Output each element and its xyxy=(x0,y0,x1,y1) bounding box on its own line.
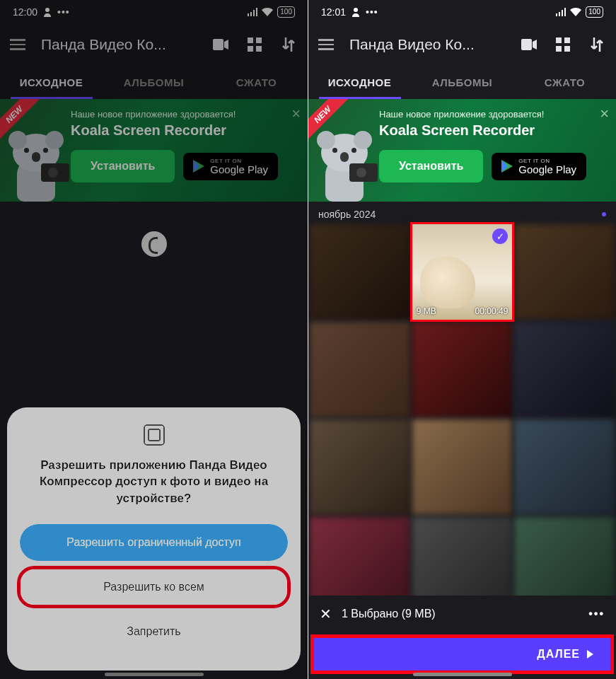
permission-dialog: Разрешить приложению Панда Видео Компрес… xyxy=(7,407,301,671)
nav-pill xyxy=(105,673,204,676)
status-time: 12:01 xyxy=(321,6,346,18)
play-icon xyxy=(501,160,513,173)
status-bar: 12:01 ••• 100 xyxy=(308,0,616,24)
close-icon[interactable]: ✕ xyxy=(320,605,332,622)
screenshot-left: 12:00 ••• 100 Панда Видео Ко... ИСХОДНОЕ… xyxy=(0,0,308,679)
video-thumb[interactable] xyxy=(514,322,615,417)
person-icon xyxy=(351,7,360,17)
arrow-right-icon xyxy=(587,650,593,658)
signal-icon xyxy=(248,8,258,16)
selection-count: 1 Выбрано (9 MB) xyxy=(342,608,436,620)
close-icon[interactable]: × xyxy=(291,105,301,123)
spinner-icon xyxy=(141,231,167,257)
banner-subtitle: Наше новое приложение здоровается! xyxy=(379,109,606,120)
app-bar: Панда Видео Ко... xyxy=(0,24,308,65)
section-date: ноябрь 2024 xyxy=(318,209,376,220)
video-thumb[interactable] xyxy=(514,419,615,515)
next-button[interactable]: ДАЛЕЕ xyxy=(313,637,612,672)
permission-message: Разрешить приложению Панда Видео Компрес… xyxy=(20,457,288,507)
camera-icon[interactable] xyxy=(520,35,538,54)
svg-point-0 xyxy=(45,8,50,12)
tab-original[interactable]: ИСХОДНОЕ xyxy=(308,65,411,99)
banner-title: Koala Screen Recorder xyxy=(71,122,298,139)
tab-compressed[interactable]: СЖАТО xyxy=(513,65,616,99)
svg-rect-11 xyxy=(564,46,570,52)
gallery-icon xyxy=(20,424,288,446)
battery-indicator: 100 xyxy=(586,6,603,18)
video-thumb[interactable] xyxy=(514,224,615,320)
svg-point-6 xyxy=(354,8,358,12)
koala-mascot xyxy=(4,124,66,202)
grid-icon[interactable] xyxy=(245,35,264,54)
app-title: Панда Видео Ко... xyxy=(349,36,504,53)
promo-banner[interactable]: NEW × Наше новое приложение здоровается!… xyxy=(308,99,616,202)
svg-rect-3 xyxy=(256,37,262,43)
close-icon[interactable]: × xyxy=(600,105,609,123)
screenshot-right: 12:01 ••• 100 Панда Видео Ко... ИСХОДНОЕ… xyxy=(308,0,616,679)
wifi-icon xyxy=(570,8,581,16)
tab-compressed[interactable]: СЖАТО xyxy=(205,65,308,99)
play-icon xyxy=(193,160,204,173)
svg-rect-8 xyxy=(556,37,562,43)
tabs: ИСХОДНОЕ АЛЬБОМЫ СЖАТО xyxy=(308,65,616,99)
menu-icon[interactable] xyxy=(318,39,334,50)
thumb-duration: 00:00:49 xyxy=(475,306,509,316)
video-thumb[interactable] xyxy=(310,224,410,320)
loading-area xyxy=(0,202,308,286)
svg-rect-5 xyxy=(256,46,262,52)
tab-original[interactable]: ИСХОДНОЕ xyxy=(0,65,103,99)
app-bar: Панда Видео Ко... xyxy=(308,24,616,65)
video-thumb-selected[interactable]: ✓ 9 MB 00:00:49 xyxy=(412,224,513,320)
menu-icon[interactable] xyxy=(10,39,25,50)
install-button[interactable]: Установить xyxy=(379,150,483,182)
svg-rect-10 xyxy=(556,46,562,52)
wifi-icon xyxy=(262,8,273,16)
tabs: ИСХОДНОЕ АЛЬБОМЫ СЖАТО xyxy=(0,65,308,99)
nav-pill xyxy=(413,673,512,676)
status-time: 12:00 xyxy=(13,6,37,18)
allow-all-button[interactable]: Разрешить ко всем xyxy=(20,569,288,605)
banner-subtitle: Наше новое приложение здоровается! xyxy=(71,109,298,120)
more-icon[interactable]: ••• xyxy=(588,608,605,620)
sort-icon[interactable] xyxy=(588,35,606,54)
install-button[interactable]: Установить xyxy=(71,150,175,182)
video-thumb[interactable] xyxy=(412,322,513,417)
sort-icon[interactable] xyxy=(279,35,298,54)
thumb-size: 9 MB xyxy=(417,306,436,316)
promo-banner[interactable]: NEW × Наше новое приложение здоровается!… xyxy=(0,99,308,202)
more-icon: ••• xyxy=(366,6,378,18)
video-gallery: ✓ 9 MB 00:00:49 xyxy=(308,224,616,613)
section-header: ноябрь 2024 xyxy=(308,202,616,224)
battery-indicator: 100 xyxy=(277,6,295,18)
google-play-badge[interactable]: GET IT ONGoogle Play xyxy=(492,153,586,180)
svg-rect-1 xyxy=(213,39,223,50)
allow-limited-button[interactable]: Разрешить ограниченный доступ xyxy=(20,524,288,561)
video-thumb[interactable] xyxy=(310,419,410,515)
deny-button[interactable]: Запретить xyxy=(20,613,288,650)
signal-icon xyxy=(556,8,566,16)
tab-albums[interactable]: АЛЬБОМЫ xyxy=(103,65,205,99)
svg-rect-4 xyxy=(248,46,253,52)
svg-rect-7 xyxy=(521,39,532,50)
person-icon xyxy=(43,7,52,17)
more-icon: ••• xyxy=(57,6,70,18)
video-thumb[interactable] xyxy=(412,419,513,515)
status-bar: 12:00 ••• 100 xyxy=(0,0,308,24)
tab-albums[interactable]: АЛЬБОМЫ xyxy=(411,65,513,99)
app-title: Панда Видео Ко... xyxy=(41,36,196,53)
banner-title: Koala Screen Recorder xyxy=(379,122,606,139)
indicator-dot xyxy=(602,212,606,216)
svg-rect-2 xyxy=(248,37,253,43)
grid-icon[interactable] xyxy=(554,35,572,54)
video-thumb[interactable] xyxy=(310,322,410,417)
svg-rect-9 xyxy=(564,37,570,43)
selection-bar: ✕ 1 Выбрано (9 MB) ••• xyxy=(308,596,616,632)
camera-icon[interactable] xyxy=(211,35,230,54)
koala-mascot xyxy=(313,124,375,202)
google-play-badge[interactable]: GET IT ONGoogle Play xyxy=(183,153,278,180)
